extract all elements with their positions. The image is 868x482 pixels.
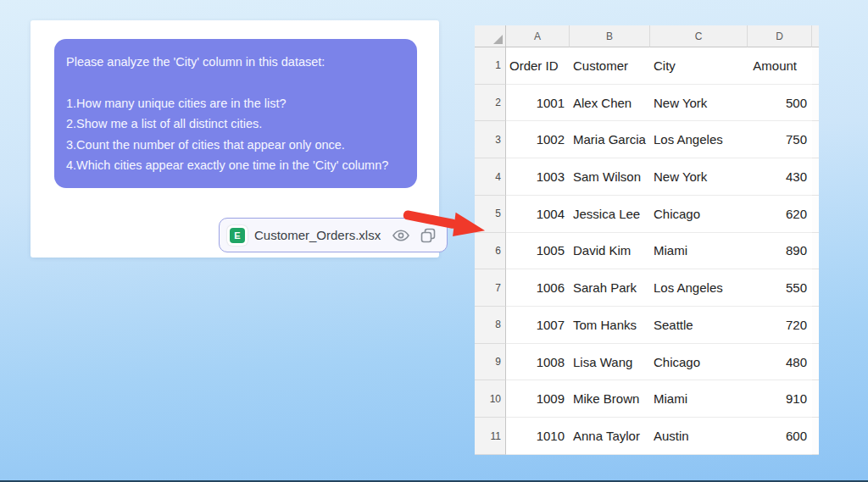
row-number[interactable]: 11 bbox=[475, 418, 506, 455]
data-cell[interactable]: New York bbox=[650, 158, 748, 196]
data-cell[interactable]: 500 bbox=[748, 85, 812, 122]
data-cell[interactable]: 890 bbox=[748, 233, 812, 270]
data-cell[interactable]: 1008 bbox=[506, 344, 570, 381]
row-number[interactable]: 4 bbox=[475, 158, 506, 196]
row-sliver bbox=[812, 344, 819, 381]
row-sliver bbox=[812, 121, 819, 158]
data-cell[interactable]: Austin bbox=[650, 418, 748, 455]
row-sliver bbox=[812, 233, 819, 270]
row-number[interactable]: 2 bbox=[475, 85, 506, 122]
row-sliver bbox=[812, 158, 819, 196]
data-cell[interactable]: Chicago bbox=[650, 344, 748, 381]
data-cell[interactable]: 600 bbox=[748, 418, 812, 455]
data-cell[interactable]: Jessica Lee bbox=[570, 196, 650, 233]
data-cell[interactable]: Sarah Park bbox=[570, 269, 650, 307]
data-cell[interactable]: 1006 bbox=[506, 269, 570, 307]
field-header-cell[interactable]: City bbox=[650, 47, 748, 85]
excel-file-glyph: E bbox=[230, 228, 245, 243]
column-header-sliver bbox=[812, 25, 819, 47]
data-cell[interactable]: 1009 bbox=[506, 380, 570, 418]
red-arrow-icon bbox=[397, 202, 498, 249]
attachment-filename: Customer_Orders.xlsx bbox=[254, 228, 384, 242]
data-cell[interactable]: David Kim bbox=[570, 233, 650, 270]
data-cell[interactable]: Lisa Wang bbox=[570, 344, 650, 381]
data-cell[interactable]: Maria Garcia bbox=[570, 121, 650, 158]
data-cell[interactable]: 1004 bbox=[506, 196, 570, 233]
data-cell[interactable]: 720 bbox=[748, 307, 812, 344]
row-sliver bbox=[812, 47, 819, 85]
data-cell[interactable]: 620 bbox=[748, 196, 812, 233]
select-all-corner[interactable] bbox=[475, 25, 506, 47]
data-cell[interactable]: Seattle bbox=[650, 307, 748, 344]
column-header-C[interactable]: C bbox=[650, 25, 748, 47]
data-cell[interactable]: Miami bbox=[650, 233, 748, 270]
data-cell[interactable]: Anna Taylor bbox=[570, 418, 650, 455]
field-header-cell[interactable]: Customer bbox=[570, 47, 650, 85]
chat-card: Please analyze the 'City' column in this… bbox=[31, 20, 439, 258]
row-number[interactable]: 8 bbox=[475, 307, 506, 344]
data-cell[interactable]: 1010 bbox=[506, 418, 570, 455]
data-cell[interactable]: Los Angeles bbox=[650, 269, 748, 307]
bubble-line: 1.How many unique cities are in the list… bbox=[66, 93, 402, 114]
data-cell[interactable]: 480 bbox=[748, 344, 812, 381]
row-sliver bbox=[812, 269, 819, 307]
row-sliver bbox=[812, 418, 819, 455]
row-sliver bbox=[812, 85, 819, 122]
bubble-line: 2.Show me a list of all distinct cities. bbox=[66, 114, 402, 135]
row-sliver bbox=[812, 196, 819, 233]
data-cell[interactable]: 1001 bbox=[506, 85, 570, 122]
row-number[interactable]: 7 bbox=[475, 269, 506, 307]
field-header-cell[interactable]: Amount bbox=[748, 47, 812, 85]
data-cell[interactable]: Alex Chen bbox=[570, 85, 650, 122]
data-cell[interactable]: Tom Hanks bbox=[570, 307, 650, 344]
column-header-A[interactable]: A bbox=[506, 25, 570, 47]
field-header-cell[interactable]: Order ID bbox=[506, 47, 570, 85]
data-cell[interactable]: 1007 bbox=[506, 307, 570, 344]
bubble-line: Please analyze the 'City' column in this… bbox=[66, 52, 402, 73]
chat-bubble: Please analyze the 'City' column in this… bbox=[54, 39, 417, 188]
bubble-line: 4.Which cities appear exactly one time i… bbox=[66, 155, 402, 176]
row-number[interactable]: 10 bbox=[475, 380, 506, 418]
data-cell[interactable]: Miami bbox=[650, 380, 748, 418]
data-cell[interactable]: 1005 bbox=[506, 233, 570, 270]
excel-file-icon: E bbox=[227, 225, 248, 246]
data-cell[interactable]: Sam Wilson bbox=[570, 158, 650, 196]
data-cell[interactable]: 430 bbox=[748, 158, 812, 196]
data-cell[interactable]: 550 bbox=[748, 269, 812, 307]
data-cell[interactable]: Los Angeles bbox=[650, 121, 748, 158]
row-sliver bbox=[812, 380, 819, 418]
data-cell[interactable]: Chicago bbox=[650, 196, 748, 233]
column-header-B[interactable]: B bbox=[570, 25, 650, 47]
row-sliver bbox=[812, 307, 819, 344]
data-cell[interactable]: 910 bbox=[748, 380, 812, 418]
row-number[interactable]: 9 bbox=[475, 344, 506, 381]
data-cell[interactable]: 1002 bbox=[506, 121, 570, 158]
bubble-line: 3.Count the number of cities that appear… bbox=[66, 135, 402, 156]
spreadsheet: ABCD1Order IDCustomerCityAmount21001Alex… bbox=[475, 25, 819, 455]
row-number[interactable]: 1 bbox=[475, 47, 506, 85]
column-header-D[interactable]: D bbox=[748, 25, 812, 47]
row-number[interactable]: 3 bbox=[475, 121, 506, 158]
data-cell[interactable]: Mike Brown bbox=[570, 380, 650, 418]
data-cell[interactable]: New York bbox=[650, 85, 748, 122]
data-cell[interactable]: 1003 bbox=[506, 158, 570, 196]
data-cell[interactable]: 750 bbox=[748, 121, 812, 158]
